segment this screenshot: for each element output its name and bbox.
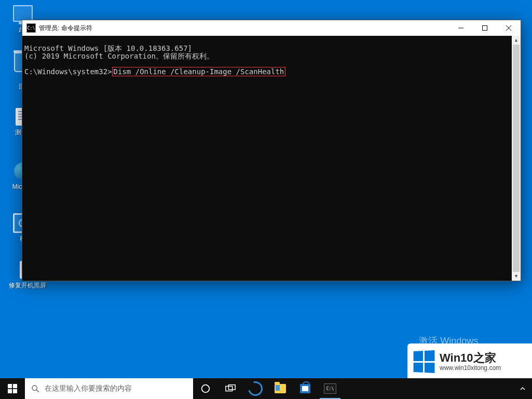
taskbar-item-store[interactable] (293, 378, 318, 399)
maximize-button[interactable] (473, 20, 497, 36)
taskbar-item-explorer[interactable] (268, 378, 293, 399)
svg-rect-12 (228, 385, 235, 390)
cmd-icon: C:\ (324, 383, 336, 394)
taskbar-item-cmd[interactable]: C:\ (318, 378, 343, 399)
logo-url: www.win10xitong.com (440, 365, 501, 372)
cortana-button[interactable] (193, 378, 218, 399)
terminal-body[interactable]: Microsoft Windows [版本 10.0.18363.657] (c… (22, 36, 521, 281)
search-placeholder: 在这里输入你要搜索的内容 (45, 384, 132, 393)
scrollbar[interactable]: ▲ ▼ (512, 36, 521, 281)
close-button[interactable] (497, 20, 521, 36)
windows-logo-icon (414, 350, 435, 373)
scroll-down-arrow[interactable]: ▼ (512, 272, 521, 281)
task-view-button[interactable] (218, 378, 243, 399)
highlighted-command: Dism /Online /Cleanup-Image /ScanHealth (112, 67, 286, 76)
svg-rect-7 (13, 389, 17, 393)
scroll-up-arrow[interactable]: ▲ (512, 36, 521, 45)
cmd-app-icon: C:\ (26, 23, 36, 33)
titlebar[interactable]: C:\ 管理员: 命令提示符 (22, 20, 521, 36)
svg-rect-1 (483, 26, 487, 31)
system-tray[interactable] (513, 378, 532, 399)
site-logo-overlay: Win10之家 www.win10xitong.com (407, 343, 532, 380)
logo-title: Win10之家 (440, 352, 501, 364)
tray-overflow-button[interactable] (515, 386, 530, 391)
svg-line-9 (36, 390, 39, 392)
svg-rect-5 (13, 384, 17, 388)
svg-rect-4 (8, 384, 12, 388)
search-icon (31, 384, 39, 393)
taskbar[interactable]: 在这里输入你要搜索的内容 C:\ (0, 378, 532, 399)
start-button[interactable] (0, 378, 25, 399)
minimize-button[interactable] (449, 20, 473, 36)
window-title: 管理员: 命令提示符 (39, 24, 92, 33)
svg-rect-11 (226, 386, 233, 391)
folder-icon (275, 384, 286, 393)
search-box[interactable]: 在这里输入你要搜索的内容 (25, 378, 193, 399)
taskbar-item-edge[interactable] (243, 378, 268, 399)
scroll-track[interactable] (512, 45, 521, 272)
desktop-icon-label: 修复开机黑屏 (7, 282, 48, 289)
command-prompt-window[interactable]: C:\ 管理员: 命令提示符 Microsoft Windows [版本 10.… (22, 20, 521, 281)
svg-rect-6 (8, 389, 12, 393)
edge-icon (245, 379, 265, 398)
svg-point-8 (32, 386, 37, 390)
terminal-output: Microsoft Windows [版本 10.0.18363.657] (c… (24, 44, 285, 76)
scroll-thumb[interactable] (513, 45, 520, 272)
svg-point-10 (202, 385, 210, 393)
store-icon (300, 384, 310, 393)
desktop[interactable]: 此 回 测试1 Micr Ed 秒 修复开机黑屏 C:\ 管理员: 命令提示符 (0, 0, 532, 399)
